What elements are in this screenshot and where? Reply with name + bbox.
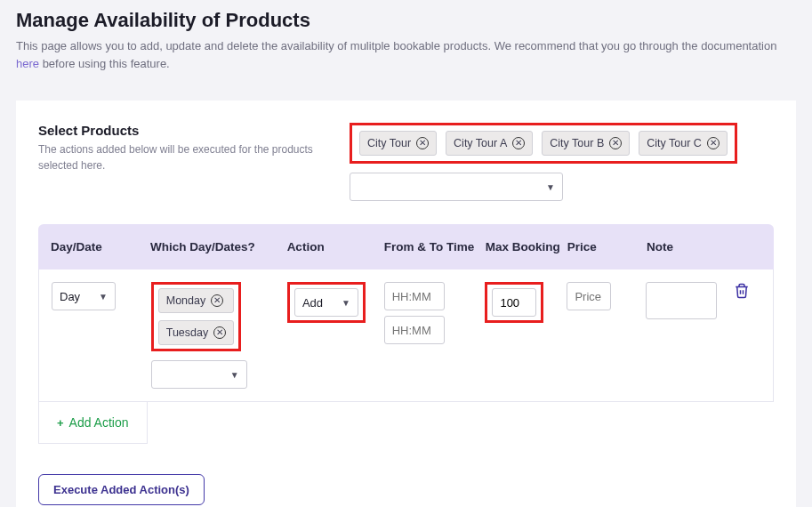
daydate-select[interactable]: Day ▼ [52,282,116,310]
remove-chip-icon[interactable]: ✕ [211,294,223,307]
which-day-dropdown[interactable]: ▼ [151,360,247,389]
page-subtitle-text-after: before using this feature. [39,57,170,70]
page-title: Manage Availability of Products [16,9,796,32]
chip-label: City Tour C [647,137,702,149]
col-max: Max Booking [486,240,567,254]
col-price: Price [567,240,647,254]
chevron-down-icon: ▼ [99,292,108,302]
select-products-heading: Select Products [38,123,332,138]
max-booking-highlight [485,282,543,323]
dropdown-value: Day [60,290,80,303]
remove-chip-icon[interactable]: ✕ [707,137,720,149]
product-chip[interactable]: City Tour B ✕ [542,131,630,156]
action-highlight: Add ▼ [287,282,366,323]
main-card: Select Products The actions added below … [16,101,796,507]
day-chip[interactable]: Tuesday ✕ [158,320,234,345]
which-days-highlight: Monday ✕ Tuesday ✕ [151,282,241,351]
execute-actions-button[interactable]: Execute Added Action(s) [38,474,205,505]
chip-label: City Tour B [550,137,604,149]
action-row: Day ▼ Monday ✕ Tuesday ✕ [38,270,774,402]
chip-label: City Tour [367,137,411,149]
note-input[interactable] [646,282,717,319]
remove-chip-icon[interactable]: ✕ [213,326,226,339]
from-time-input[interactable] [384,282,445,310]
to-time-input[interactable] [384,316,445,344]
remove-chip-icon[interactable]: ✕ [609,137,622,149]
delete-row-button[interactable] [734,289,750,302]
documentation-link[interactable]: here [16,57,39,70]
chevron-down-icon: ▼ [342,298,350,308]
trash-icon [734,282,750,300]
max-booking-input[interactable] [492,288,536,317]
page-subtitle: This page allows you to add, update and … [16,37,796,72]
select-products-desc: The actions added below will be executed… [38,141,332,173]
remove-chip-icon[interactable]: ✕ [512,137,525,149]
page-subtitle-text-before: This page allows you to add, update and … [16,39,776,52]
product-chip[interactable]: City Tour ✕ [359,131,437,156]
add-action-label: Add Action [69,415,129,430]
product-chip[interactable]: City Tour C ✕ [639,131,728,156]
chevron-down-icon: ▼ [546,182,555,192]
col-ft: From & To Time [384,240,486,254]
chip-label: City Tour A [454,137,507,149]
chip-label: Tuesday [166,326,208,339]
actions-table-header: Day/Date Which Day/Dates? Action From & … [38,224,774,270]
chip-label: Monday [166,294,205,307]
col-note: Note [647,240,735,254]
product-select-dropdown[interactable]: ▼ [350,173,563,201]
selected-products-highlight: City Tour ✕ City Tour A ✕ City Tour B ✕ … [350,123,737,164]
col-action: Action [287,240,384,254]
col-daydate: Day/Date [51,240,150,254]
day-chip[interactable]: Monday ✕ [158,288,234,313]
col-which: Which Day/Dates? [150,240,287,254]
dropdown-value: Add [302,296,323,310]
add-action-button[interactable]: +Add Action [38,402,148,444]
chevron-down-icon: ▼ [230,370,239,380]
product-chip[interactable]: City Tour A ✕ [446,131,533,156]
price-input[interactable] [567,282,611,310]
remove-chip-icon[interactable]: ✕ [416,137,429,149]
plus-icon: + [57,416,64,430]
action-select[interactable]: Add ▼ [294,288,358,317]
